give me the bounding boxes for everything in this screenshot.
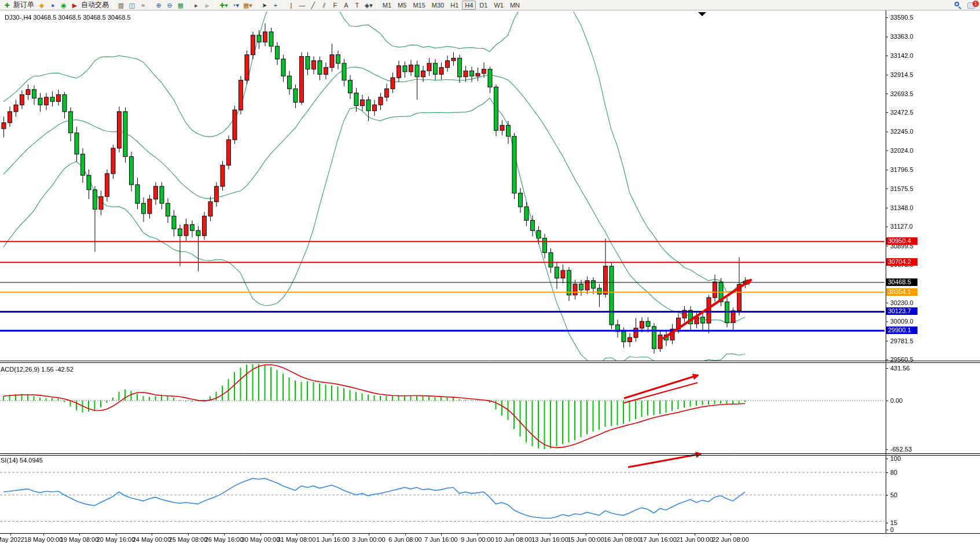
price-axis-tick: 32693.5 [890, 90, 913, 97]
rsi-axis-tick: 100 [890, 455, 901, 462]
crosshair-icon[interactable]: + [270, 1, 281, 10]
price-axis-tick: 32472.5 [890, 109, 913, 116]
autoscroll-icon[interactable]: ▸ [191, 1, 201, 10]
time-axis-label: 13 Jun 16:00 [531, 536, 568, 543]
cursor-icon[interactable]: ➤ [259, 1, 270, 10]
price-level-badge: 30354.1 [886, 288, 917, 296]
time-axis-label: 18 May 00:00 [24, 536, 63, 543]
time-axis-label: 9 Jun 00:00 [461, 536, 494, 543]
time-axis-label: 16 Jun 08:00 [604, 536, 641, 543]
time-axis-label: 31 May 08:00 [277, 536, 316, 543]
periods-icon[interactable]: ◔▾ [230, 1, 241, 10]
chart-symbol-title: DJ30-,H4 30468.5 30468.5 30468.5 30468.5 [5, 14, 131, 21]
toolbar-right-group: 1 [955, 1, 975, 10]
text-icon[interactable]: A [341, 1, 351, 10]
time-axis-label: 17 Jun 16:00 [640, 536, 677, 543]
signals-icon[interactable]: ◉ [58, 1, 69, 10]
community-chat-icon[interactable]: 1 [967, 2, 975, 9]
toolbar-divider [188, 1, 189, 9]
timeframe-button-mn[interactable]: MN [507, 1, 523, 10]
time-axis-label: 26 May 16:00 [205, 536, 244, 543]
bar-chart-icon[interactable]: ▥ [116, 1, 126, 10]
timeframe-button-h1[interactable]: H1 [447, 1, 461, 10]
price-axis-tick: 31575.5 [890, 185, 913, 192]
autotrade-label[interactable]: 自动交易 [80, 0, 111, 10]
price-axis-tick: 33590.5 [890, 14, 913, 21]
tile-windows-icon[interactable]: ▦ [175, 1, 186, 10]
macd-indicator-label: ACD(12,26,9) 1.56 -42.52 [1, 366, 74, 373]
rsi-axis-tick: 80 [890, 469, 897, 476]
timeframe-button-m1[interactable]: M1 [380, 1, 394, 10]
toolbar-divider [151, 1, 151, 9]
toolbar-divider [283, 1, 284, 9]
search-icon[interactable] [955, 2, 961, 9]
horizontal-line-icon[interactable]: — [297, 1, 307, 10]
toolbar-divider [215, 1, 215, 9]
new-order-icon[interactable]: ✚ [2, 1, 12, 10]
new-order-label[interactable]: 新订单 [13, 0, 36, 10]
price-axis-tick: 30009.0 [890, 318, 913, 325]
macd-axis-tick: 0.00 [890, 397, 902, 404]
macd-axis-tick: -652.53 [890, 446, 912, 453]
time-axis-label: 19 May 08:00 [60, 536, 99, 543]
price-axis-tick: 31127.0 [890, 223, 913, 230]
text-label-icon[interactable]: T [352, 1, 362, 10]
arrows-icon[interactable]: ◈▾ [363, 1, 375, 10]
trendline-icon[interactable]: ╱ [308, 1, 318, 10]
toolbar-divider [113, 1, 113, 9]
zoom-in-icon[interactable]: ⊕ [153, 1, 164, 10]
chart-shift-icon[interactable]: ▹ [202, 1, 212, 10]
price-level-badge: 30468.5 [886, 278, 917, 286]
time-axis-label: 15 Jun 00:00 [567, 536, 604, 543]
equidistant-channel-icon[interactable]: ⫽ [319, 1, 329, 10]
price-axis-tick: 33363.0 [890, 33, 913, 40]
indicators-icon[interactable]: ✚▾ [218, 1, 230, 10]
toolbar-divider [256, 1, 257, 9]
timeframe-button-m5[interactable]: M5 [395, 1, 409, 10]
rsi-axis-tick: 0 [890, 526, 894, 533]
candlestick-chart-icon[interactable]: ◫ [127, 1, 137, 10]
time-axis-label: 24 May 00:00 [133, 536, 171, 543]
marker-icon[interactable]: ◆ [36, 1, 47, 10]
line-chart-icon[interactable]: ≈ [138, 1, 148, 10]
time-axis-label: 6 Jun 08:00 [388, 536, 422, 543]
time-axis-label: 3 Jun 00:00 [352, 536, 386, 543]
time-axis-label: 20 May 16:00 [97, 536, 135, 543]
zoom-out-icon[interactable]: ⊖ [164, 1, 175, 10]
vertical-line-icon[interactable]: | [286, 1, 296, 10]
price-level-badge: 30123.7 [886, 307, 917, 315]
timeframe-button-m15[interactable]: M15 [410, 1, 428, 10]
price-level-badge: 30950.4 [886, 237, 917, 245]
price-level-badge: 29900.1 [886, 326, 917, 334]
toolbar-divider [377, 1, 377, 9]
time-axis-label: 30 May 00:00 [241, 536, 280, 543]
time-axis-label: 22 Jun 08:00 [712, 536, 749, 543]
time-axis-label: 21 Jun 00:00 [676, 536, 713, 543]
notification-badge: 1 [972, 1, 979, 7]
autotrading-icon[interactable]: ▶ [69, 1, 80, 10]
chart-canvas[interactable] [0, 0, 980, 543]
rsi-axis-tick: 50 [890, 491, 897, 498]
price-axis-tick: 30230.0 [890, 299, 913, 306]
time-axis-label: 7 Jun 16:00 [424, 536, 458, 543]
time-axis-label: 1 Jun 16:00 [316, 536, 350, 543]
timeframe-button-m30[interactable]: M30 [429, 1, 447, 10]
price-axis-tick: 29781.5 [890, 337, 913, 344]
time-axis-label: May 2022 [0, 536, 24, 543]
rsi-indicator-label: SI(14) 54.0945 [1, 457, 43, 464]
price-axis-tick: 33142.0 [890, 52, 913, 59]
community-icon[interactable]: ● [47, 1, 58, 10]
timeframe-button-h4[interactable]: H4 [462, 1, 476, 10]
price-axis-tick: 31348.0 [890, 204, 913, 211]
price-axis-tick: 29560.5 [890, 356, 913, 363]
price-axis-tick: 32024.0 [890, 147, 913, 154]
templates-icon[interactable]: ▦▾ [241, 1, 254, 10]
time-axis-label: 10 Jun 08:00 [495, 536, 532, 543]
timeframe-button-d1[interactable]: D1 [476, 1, 490, 10]
fibonacci-icon[interactable]: F [330, 1, 340, 10]
timeframe-button-w1[interactable]: W1 [491, 1, 506, 10]
price-axis-tick: 31796.5 [890, 166, 913, 173]
price-axis-tick: 32245.0 [890, 128, 913, 135]
time-axis-label: 25 May 08:00 [169, 536, 208, 543]
rsi-axis-tick: 15 [890, 519, 897, 526]
